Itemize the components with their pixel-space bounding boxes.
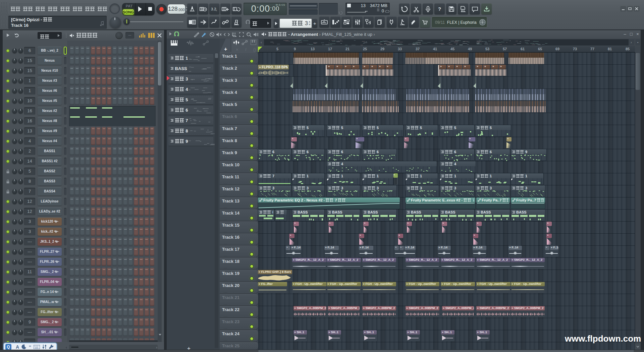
svg-text:?: ?: [438, 6, 441, 12]
svg-text:3.2: 3.2: [211, 7, 216, 11]
svg-text:s: s: [216, 9, 217, 12]
